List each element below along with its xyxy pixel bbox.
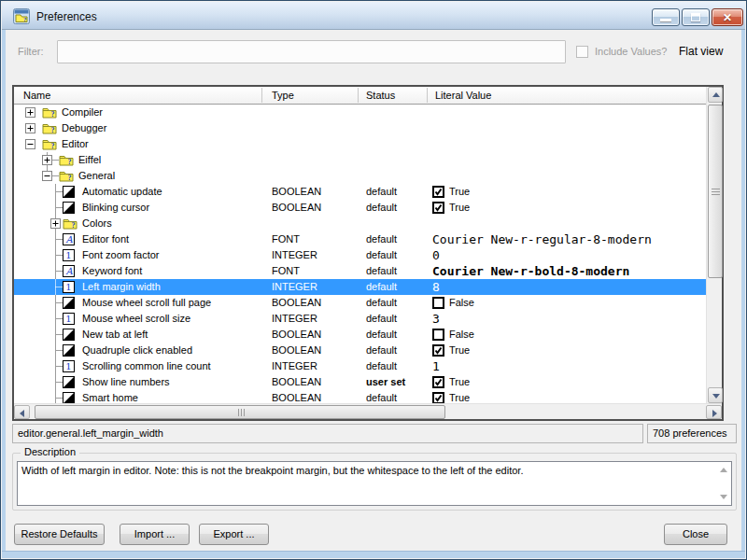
expand-button[interactable]	[50, 218, 61, 231]
column-header-type[interactable]: Type	[272, 87, 294, 105]
maximize-button[interactable]	[682, 8, 710, 26]
boolean-icon	[63, 202, 75, 216]
row-label: Scrolling common line count	[82, 358, 211, 374]
column-resize-handle[interactable]	[427, 88, 428, 103]
row-type: FONT	[272, 231, 300, 247]
tree-row[interactable]: Show line numbersBOOLEANuser set True	[14, 374, 706, 390]
tree-row[interactable]: ?Colors	[14, 216, 706, 231]
checkbox-checked-icon	[432, 202, 444, 214]
restore-defaults-button[interactable]: Restore Defaults	[14, 524, 105, 545]
expand-button[interactable]	[42, 155, 52, 167]
collapse-minus-icon	[42, 171, 52, 181]
value-checkbox[interactable]	[432, 376, 444, 390]
minimize-button[interactable]	[652, 8, 680, 26]
import-button[interactable]: Import ...	[120, 524, 190, 545]
horizontal-scrollbar[interactable]	[14, 403, 722, 419]
tree-row[interactable]: Blinking cursorBOOLEANdefault True	[14, 200, 706, 216]
font-type-icon: A	[63, 233, 75, 245]
row-status: default	[366, 295, 397, 311]
value-checkbox[interactable]	[432, 186, 444, 200]
expand-button[interactable]	[25, 123, 35, 135]
include-values-checkbox[interactable]	[576, 46, 588, 58]
flat-view-toggle[interactable]: Flat view	[679, 45, 723, 58]
tree-row[interactable]: Automatic updateBOOLEANdefault True	[14, 184, 706, 200]
tree-row[interactable]: Mouse wheel scroll full pageBOOLEANdefau…	[14, 295, 706, 311]
boolean-icon	[63, 376, 75, 390]
titlebar[interactable]: ? Preferences	[2, 2, 745, 30]
value-checkbox[interactable]	[432, 202, 444, 216]
scroll-up-button[interactable]	[708, 87, 723, 103]
tree-row[interactable]: New tab at leftBOOLEANdefault False	[14, 327, 706, 343]
tree-row[interactable]: ?Eiffel	[14, 152, 706, 168]
tree-row[interactable]: ?General	[14, 168, 706, 184]
collapse-button[interactable]	[42, 171, 52, 183]
tree-row[interactable]: ?Editor	[14, 136, 706, 152]
filter-input[interactable]	[57, 40, 566, 63]
checkbox-unchecked-icon	[432, 297, 444, 309]
arrow-up-icon[interactable]	[720, 468, 727, 472]
tree-rows: ?Compiler ?Debugger ?Editor ?Eiffel ?Gen…	[14, 105, 706, 403]
description-group: Description Width of left margin in edit…	[12, 453, 737, 511]
row-status: default	[366, 311, 397, 327]
tree-row[interactable]: 1Left margin widthINTEGERdefault8	[14, 279, 706, 295]
value-checkbox[interactable]	[432, 344, 444, 358]
svg-text:?: ?	[51, 126, 55, 134]
value-checkbox[interactable]	[432, 297, 444, 311]
tree-row[interactable]: AKeyword fontFONTdefaultCourier New-r-bo…	[14, 263, 706, 279]
tree-row[interactable]: AEditor fontFONTdefaultCourier New-r-reg…	[14, 231, 706, 247]
tree-row[interactable]: ?Debugger	[14, 120, 706, 136]
folder-icon: ?	[63, 217, 78, 231]
tree-guide	[55, 287, 63, 287]
collapse-button[interactable]	[25, 139, 35, 151]
row-type: BOOLEAN	[272, 200, 321, 216]
expand-plus-icon	[42, 155, 52, 165]
export-button[interactable]: Export ...	[199, 524, 269, 545]
arrow-down-icon[interactable]	[720, 495, 727, 499]
checkbox-checked-icon	[432, 186, 444, 198]
tree-row[interactable]: 1Mouse wheel scroll sizeINTEGERdefault3	[14, 311, 706, 327]
integer-icon: 1	[63, 313, 75, 327]
row-status: default	[366, 327, 397, 343]
folder-icon: ?	[59, 170, 74, 182]
tree-row[interactable]: 1Scrolling common line countINTEGERdefau…	[14, 358, 706, 374]
scroll-left-button[interactable]	[14, 405, 30, 419]
value-checkbox[interactable]	[432, 329, 444, 343]
tree-row[interactable]: Quadruple click enabledBOOLEANdefault Tr…	[14, 343, 706, 358]
vertical-scrollbar[interactable]	[706, 87, 722, 403]
column-resize-handle[interactable]	[358, 88, 359, 103]
tree-row[interactable]: Smart homeBOOLEANdefault True	[14, 390, 706, 403]
svg-text:1: 1	[65, 282, 71, 292]
font-type-icon: A	[63, 265, 75, 277]
tree-row[interactable]: 1Font zoom factorINTEGERdefault0	[14, 247, 706, 263]
boolean-type-icon	[63, 392, 75, 403]
row-type: INTEGER	[272, 279, 317, 295]
row-value: Courier New-r-regular-8-modern	[432, 231, 652, 247]
column-header-name[interactable]: Name	[23, 87, 50, 105]
svg-text:?: ?	[23, 16, 27, 23]
preferences-tree-panel: Name Type Status Literal Value ?Compiler…	[12, 85, 724, 421]
tree-row[interactable]: ?Compiler	[14, 105, 706, 120]
close-window-button[interactable]: ✕	[712, 8, 743, 26]
tree-guide	[55, 350, 63, 351]
expand-button[interactable]	[25, 107, 35, 119]
boolean-type-icon	[63, 376, 75, 388]
integer-icon: 1	[63, 249, 75, 263]
value-checkbox[interactable]	[432, 392, 444, 403]
close-button[interactable]: Close	[664, 524, 727, 545]
column-header-status[interactable]: Status	[366, 87, 395, 105]
vertical-scrollbar-thumb[interactable]	[708, 105, 723, 278]
column-resize-handle[interactable]	[261, 88, 262, 103]
row-value: True	[449, 200, 470, 216]
scroll-down-button[interactable]	[708, 387, 723, 403]
description-text-area[interactable]: Width of left margin in editor. Note: th…	[17, 461, 732, 506]
row-status: default	[366, 200, 397, 216]
scroll-right-button[interactable]	[706, 405, 722, 419]
row-status: user set	[366, 374, 405, 390]
thumb-grip	[238, 409, 239, 416]
row-type: BOOLEAN	[272, 327, 321, 343]
row-value: False	[449, 295, 474, 311]
tree-guide	[55, 302, 63, 303]
maximize-icon	[691, 13, 700, 21]
horizontal-scrollbar-thumb[interactable]	[35, 405, 445, 419]
column-header-literal[interactable]: Literal Value	[435, 87, 491, 105]
